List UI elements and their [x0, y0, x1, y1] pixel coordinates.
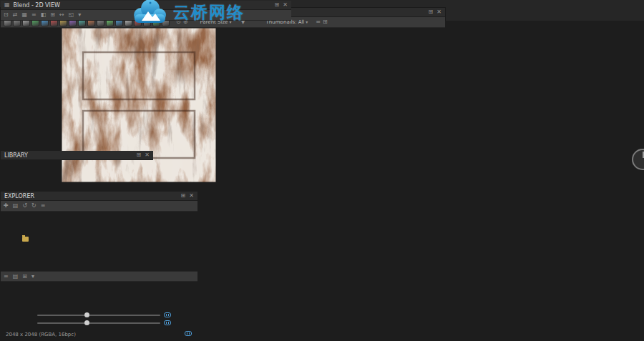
swap-channels-icon[interactable]: ⇄	[13, 12, 18, 18]
close-icon[interactable]: ✕	[436, 9, 441, 15]
view2d-panel-header: ▦ Blend - 2D VIEW ⊞ ✕	[1, 1, 291, 10]
channel-select-icon[interactable]: ≡	[31, 12, 36, 18]
redo-icon[interactable]: ↻	[31, 203, 36, 209]
output-width-slider[interactable]	[37, 315, 160, 316]
view2d-panel: ▦ Blend - 2D VIEW ⊞ ✕ ⊡⇄▦≡◧⊞↔◱▾	[0, 0, 292, 191]
properties-toolbar: ≡▤⊞▾	[1, 271, 197, 282]
close-icon[interactable]: ✕	[283, 2, 288, 8]
slider-thumb[interactable]	[84, 320, 89, 325]
split-view-icon[interactable]: ◧	[41, 12, 47, 18]
panel-menu-icon[interactable]: ⊞	[137, 152, 142, 158]
tiling-mode-icon[interactable]: ▦	[21, 12, 27, 18]
panel-menu-icon[interactable]: ⊞	[275, 2, 280, 8]
explorer-panel-header: EXPLORER ⊞ ✕	[1, 192, 197, 201]
add-package-icon[interactable]: ✚	[4, 203, 9, 209]
image-info-status: 2048 x 2048 (RGBA, 16bpc)	[6, 332, 76, 337]
library-panel-header: LIBRARY ⊞ ✕	[1, 151, 153, 160]
collapse-all-icon[interactable]: ▾	[31, 274, 34, 280]
undo-icon[interactable]: ↺	[22, 203, 27, 209]
graph-list-icon[interactable]: ≡	[316, 19, 321, 25]
close-icon[interactable]: ✕	[145, 152, 150, 158]
explorer-menu-icon[interactable]: ≡	[41, 203, 46, 209]
fit-view-icon[interactable]: ◱	[69, 12, 74, 18]
expand-all-icon[interactable]: ⊞	[22, 274, 27, 280]
view2d-tab-title[interactable]: Blend - 2D VIEW	[14, 2, 60, 9]
view-options-icon[interactable]: ▾	[78, 12, 81, 18]
library-title: LIBRARY	[4, 152, 28, 159]
explorer-title: EXPLORER	[4, 193, 34, 199]
link-parent-icon[interactable]	[164, 312, 171, 317]
filter-menu-icon[interactable]: ≡	[4, 274, 9, 280]
view2d-toolbar-icons: ⊡⇄▦≡◧⊞↔◱▾	[4, 12, 81, 18]
view2d-toolbar: ⊡⇄▦≡◧⊞↔◱▾	[1, 10, 291, 21]
properties-toolbar-icons: ≡▤⊞▾	[4, 274, 34, 280]
open-folder-icon[interactable]: ▤	[13, 203, 19, 209]
substance-designer-window: ▦ Plaster_Main - GRAPH ⊞ ✕ ⊙ ⊕ Parent Si…	[0, 0, 644, 341]
chevron-down-icon: ▾	[306, 20, 308, 24]
folder-icon	[22, 237, 29, 242]
link-parent-icon[interactable]	[164, 320, 171, 325]
link-parent-icon[interactable]	[185, 331, 192, 336]
layout-icon[interactable]: ▤	[13, 274, 19, 280]
save-image-icon[interactable]: ⊡	[4, 12, 9, 18]
slider-thumb[interactable]	[84, 312, 89, 317]
panel-menu-icon[interactable]: ⊞	[181, 193, 186, 199]
panel-menu-icon[interactable]: ⊞	[429, 9, 434, 15]
image-icon: ▦	[4, 2, 10, 8]
explorer-toolbar: ✚▤↺↻≡	[1, 201, 197, 212]
output-height-slider[interactable]	[37, 322, 160, 324]
close-icon[interactable]: ✕	[189, 193, 194, 199]
fit-width-icon[interactable]: ↔	[59, 12, 64, 18]
view2d-canvas[interactable]: 2048 x 2048 (RGBA, 16bpc)	[0, 21, 644, 341]
thumbnails-value: All	[298, 19, 305, 25]
grid-overlay-icon[interactable]: ⊞	[50, 12, 55, 18]
explorer-toolbar-icons: ✚▤↺↻≡	[4, 203, 45, 209]
graph-grid-icon[interactable]: ⊞	[323, 19, 328, 25]
